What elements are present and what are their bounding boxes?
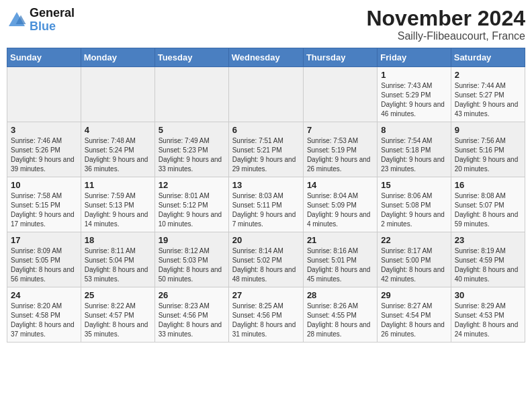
calendar-week-row: 10Sunrise: 7:58 AM Sunset: 5:15 PM Dayli… [7, 177, 525, 232]
calendar-day-header: Friday [378, 48, 451, 67]
day-number: 19 [159, 235, 225, 245]
calendar-week-row: 24Sunrise: 8:20 AM Sunset: 4:58 PM Dayli… [7, 287, 525, 342]
calendar-day-cell: 10Sunrise: 7:58 AM Sunset: 5:15 PM Dayli… [7, 177, 81, 232]
calendar-day-cell: 24Sunrise: 8:20 AM Sunset: 4:58 PM Dayli… [7, 287, 81, 342]
calendar-week-row: 17Sunrise: 8:09 AM Sunset: 5:05 PM Dayli… [7, 232, 525, 287]
calendar-day-cell: 1Sunrise: 7:43 AM Sunset: 5:29 PM Daylig… [378, 67, 451, 122]
day-info: Sunrise: 8:14 AM Sunset: 5:02 PM Dayligh… [232, 246, 300, 284]
day-info: Sunrise: 7:43 AM Sunset: 5:29 PM Dayligh… [381, 81, 447, 119]
calendar-day-cell: 17Sunrise: 8:09 AM Sunset: 5:05 PM Dayli… [7, 232, 81, 287]
day-number: 13 [232, 180, 300, 190]
day-number: 5 [159, 125, 225, 135]
calendar-day-cell: 28Sunrise: 8:26 AM Sunset: 4:55 PM Dayli… [303, 287, 377, 342]
calendar-day-cell: 3Sunrise: 7:46 AM Sunset: 5:26 PM Daylig… [7, 122, 81, 177]
day-info: Sunrise: 8:08 AM Sunset: 5:07 PM Dayligh… [455, 191, 521, 229]
day-info: Sunrise: 8:12 AM Sunset: 5:03 PM Dayligh… [159, 246, 225, 284]
calendar-day-cell [81, 67, 154, 122]
day-number: 8 [381, 125, 447, 135]
calendar-header-row: SundayMondayTuesdayWednesdayThursdayFrid… [7, 48, 525, 67]
day-info: Sunrise: 8:11 AM Sunset: 5:04 PM Dayligh… [85, 246, 151, 284]
day-number: 26 [159, 290, 225, 300]
day-number: 3 [11, 125, 77, 135]
day-number: 28 [307, 290, 373, 300]
day-number: 7 [307, 125, 373, 135]
calendar-day-cell: 13Sunrise: 8:03 AM Sunset: 5:11 PM Dayli… [228, 177, 303, 232]
day-info: Sunrise: 8:22 AM Sunset: 4:57 PM Dayligh… [85, 302, 151, 339]
calendar-day-cell: 8Sunrise: 7:54 AM Sunset: 5:18 PM Daylig… [378, 122, 451, 177]
logo-icon [7, 10, 27, 30]
calendar-day-cell: 26Sunrise: 8:23 AM Sunset: 4:56 PM Dayli… [154, 287, 228, 342]
calendar-day-cell: 11Sunrise: 7:59 AM Sunset: 5:13 PM Dayli… [81, 177, 154, 232]
calendar-day-cell: 25Sunrise: 8:22 AM Sunset: 4:57 PM Dayli… [81, 287, 154, 342]
day-number: 1 [381, 70, 447, 80]
day-info: Sunrise: 8:01 AM Sunset: 5:12 PM Dayligh… [159, 191, 225, 229]
page-title: November 2024 [366, 7, 525, 30]
calendar-day-cell: 30Sunrise: 8:29 AM Sunset: 4:53 PM Dayli… [451, 287, 525, 342]
calendar-day-cell: 29Sunrise: 8:27 AM Sunset: 4:54 PM Dayli… [378, 287, 451, 342]
calendar-day-cell: 9Sunrise: 7:56 AM Sunset: 5:16 PM Daylig… [451, 122, 525, 177]
day-info: Sunrise: 8:09 AM Sunset: 5:05 PM Dayligh… [11, 246, 77, 284]
day-info: Sunrise: 8:20 AM Sunset: 4:58 PM Dayligh… [11, 302, 77, 339]
calendar-day-header: Monday [81, 48, 154, 67]
day-number: 30 [455, 290, 521, 300]
day-number: 25 [85, 290, 151, 300]
day-number: 10 [11, 180, 77, 190]
calendar-day-cell: 2Sunrise: 7:44 AM Sunset: 5:27 PM Daylig… [451, 67, 525, 122]
day-number: 4 [85, 125, 151, 135]
day-number: 20 [232, 235, 300, 245]
calendar-day-cell: 22Sunrise: 8:17 AM Sunset: 5:00 PM Dayli… [378, 232, 451, 287]
calendar-day-cell: 12Sunrise: 8:01 AM Sunset: 5:12 PM Dayli… [154, 177, 228, 232]
day-info: Sunrise: 8:06 AM Sunset: 5:08 PM Dayligh… [381, 191, 447, 229]
day-info: Sunrise: 8:23 AM Sunset: 4:56 PM Dayligh… [159, 302, 225, 339]
calendar-day-cell: 5Sunrise: 7:49 AM Sunset: 5:23 PM Daylig… [154, 122, 228, 177]
day-number: 14 [307, 180, 373, 190]
day-number: 9 [455, 125, 521, 135]
day-info: Sunrise: 7:53 AM Sunset: 5:19 PM Dayligh… [307, 136, 373, 174]
day-info: Sunrise: 7:54 AM Sunset: 5:18 PM Dayligh… [381, 136, 447, 174]
calendar-day-header: Thursday [303, 48, 377, 67]
calendar-day-header: Saturday [451, 48, 525, 67]
calendar-day-cell [7, 67, 81, 122]
day-number: 29 [381, 290, 447, 300]
calendar-day-cell [154, 67, 228, 122]
day-number: 18 [85, 235, 151, 245]
day-number: 15 [381, 180, 447, 190]
calendar-day-cell: 15Sunrise: 8:06 AM Sunset: 5:08 PM Dayli… [378, 177, 451, 232]
calendar-body: 1Sunrise: 7:43 AM Sunset: 5:29 PM Daylig… [7, 67, 525, 342]
day-info: Sunrise: 8:19 AM Sunset: 4:59 PM Dayligh… [455, 246, 521, 284]
calendar-day-cell: 4Sunrise: 7:48 AM Sunset: 5:24 PM Daylig… [81, 122, 154, 177]
day-number: 2 [455, 70, 521, 80]
calendar-day-cell: 23Sunrise: 8:19 AM Sunset: 4:59 PM Dayli… [451, 232, 525, 287]
day-info: Sunrise: 7:49 AM Sunset: 5:23 PM Dayligh… [159, 136, 225, 174]
day-info: Sunrise: 8:29 AM Sunset: 4:53 PM Dayligh… [455, 302, 521, 339]
calendar-day-cell: 14Sunrise: 8:04 AM Sunset: 5:09 PM Dayli… [303, 177, 377, 232]
calendar-week-row: 3Sunrise: 7:46 AM Sunset: 5:26 PM Daylig… [7, 122, 525, 177]
page-header: GeneralBlue November 2024 Sailly-Flibeau… [7, 7, 525, 42]
calendar-week-row: 1Sunrise: 7:43 AM Sunset: 5:29 PM Daylig… [7, 67, 525, 122]
day-number: 27 [232, 290, 300, 300]
day-number: 6 [232, 125, 300, 135]
logo-text: GeneralBlue [30, 7, 75, 34]
calendar-day-header: Wednesday [228, 48, 303, 67]
calendar-day-cell [228, 67, 303, 122]
day-info: Sunrise: 8:25 AM Sunset: 4:56 PM Dayligh… [232, 302, 300, 339]
day-info: Sunrise: 7:48 AM Sunset: 5:24 PM Dayligh… [85, 136, 151, 174]
day-info: Sunrise: 7:44 AM Sunset: 5:27 PM Dayligh… [455, 81, 521, 119]
calendar-day-cell: 19Sunrise: 8:12 AM Sunset: 5:03 PM Dayli… [154, 232, 228, 287]
day-info: Sunrise: 8:17 AM Sunset: 5:00 PM Dayligh… [381, 246, 447, 284]
calendar-day-cell: 7Sunrise: 7:53 AM Sunset: 5:19 PM Daylig… [303, 122, 377, 177]
day-info: Sunrise: 7:59 AM Sunset: 5:13 PM Dayligh… [85, 191, 151, 229]
calendar-day-cell: 21Sunrise: 8:16 AM Sunset: 5:01 PM Dayli… [303, 232, 377, 287]
calendar-day-header: Sunday [7, 48, 81, 67]
day-number: 24 [11, 290, 77, 300]
day-number: 12 [159, 180, 225, 190]
day-info: Sunrise: 7:58 AM Sunset: 5:15 PM Dayligh… [11, 191, 77, 229]
page-subtitle: Sailly-Flibeaucourt, France [366, 30, 525, 42]
calendar-day-cell: 20Sunrise: 8:14 AM Sunset: 5:02 PM Dayli… [228, 232, 303, 287]
day-info: Sunrise: 7:46 AM Sunset: 5:26 PM Dayligh… [11, 136, 77, 174]
day-info: Sunrise: 8:04 AM Sunset: 5:09 PM Dayligh… [307, 191, 373, 229]
day-number: 11 [85, 180, 151, 190]
calendar-day-cell: 16Sunrise: 8:08 AM Sunset: 5:07 PM Dayli… [451, 177, 525, 232]
calendar-day-cell [303, 67, 377, 122]
day-number: 22 [381, 235, 447, 245]
